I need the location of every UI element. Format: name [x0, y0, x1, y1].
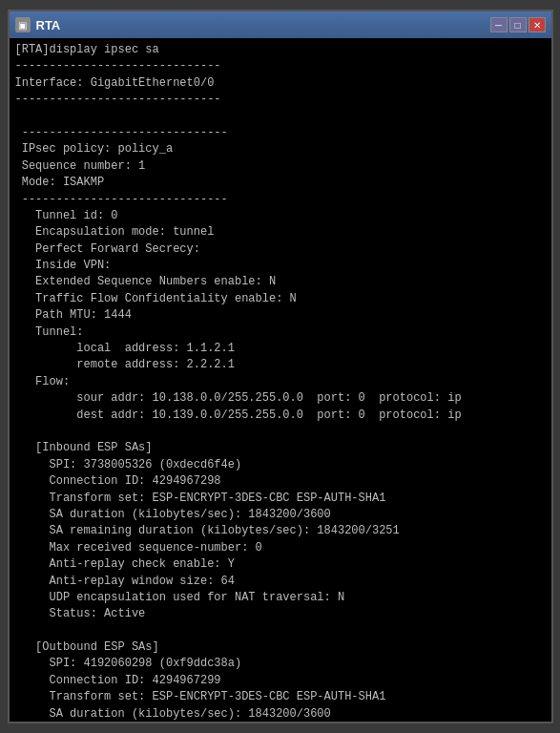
terminal-output: [RTA]display ipsec sa ------------------…	[15, 42, 546, 722]
window-icon: ▣	[15, 17, 31, 32]
terminal-content: [RTA]display ipsec sa ------------------…	[10, 38, 551, 722]
main-window: ▣ RTA ─ □ ✕ [RTA]display ipsec sa ------…	[8, 10, 553, 723]
title-bar-left: ▣ RTA	[15, 17, 61, 32]
close-button[interactable]: ✕	[529, 17, 546, 32]
title-bar-controls: ─ □ ✕	[490, 17, 546, 32]
window-title: RTA	[36, 18, 61, 32]
minimize-button[interactable]: ─	[490, 17, 508, 32]
title-bar: ▣ RTA ─ □ ✕	[10, 11, 551, 38]
maximize-button[interactable]: □	[509, 17, 527, 32]
